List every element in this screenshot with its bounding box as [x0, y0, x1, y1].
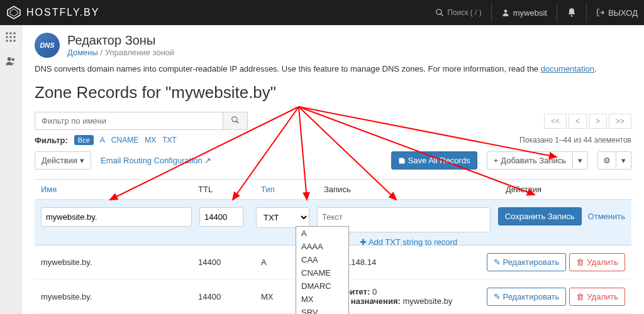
- logo-icon: [6, 5, 21, 20]
- gear-icon: ⚙: [603, 156, 611, 165]
- cancel-link[interactable]: Отменить: [588, 212, 625, 221]
- svg-rect-8: [14, 33, 16, 35]
- pager-first[interactable]: <<: [544, 114, 567, 129]
- svg-marker-1: [10, 9, 18, 16]
- logo-text: HOSTFLY.BY: [26, 7, 99, 18]
- svg-point-17: [232, 117, 237, 122]
- users-icon[interactable]: [5, 55, 16, 70]
- user-menu[interactable]: mywebsit: [501, 8, 547, 18]
- svg-point-16: [12, 58, 15, 62]
- settings-dropdown[interactable]: ▾: [616, 151, 631, 170]
- svg-rect-13: [10, 40, 12, 42]
- type-dropdown[interactable]: A AAAA CAA CNAME DMARC MX SRV TXT: [296, 226, 349, 314]
- record-type-select[interactable]: TXT: [256, 207, 309, 228]
- col-type[interactable]: Тип: [261, 185, 275, 194]
- opt-aaaa[interactable]: AAAA: [296, 240, 348, 253]
- save-all-button[interactable]: Save All Records: [391, 151, 477, 170]
- svg-rect-11: [14, 36, 16, 38]
- settings-button[interactable]: ⚙: [597, 151, 616, 170]
- record-name-input[interactable]: [41, 207, 192, 227]
- col-record: Запись: [324, 185, 506, 194]
- search-area[interactable]: Поиск ( / ): [435, 8, 482, 17]
- dns-icon: DNS: [35, 33, 60, 58]
- edit-row: TXT Сохранить Запись Отменить ✚ Add TXT …: [35, 200, 631, 246]
- filter-input[interactable]: [35, 112, 223, 130]
- external-link-icon: ↗: [204, 156, 211, 165]
- user-icon: [501, 8, 510, 17]
- page-description: DNS converts domain names into computer-…: [35, 64, 631, 73]
- logout-icon: [596, 8, 605, 17]
- zone-heading: Zone Records for "mywebsite.by": [35, 83, 631, 102]
- pager-last[interactable]: >>: [609, 114, 631, 129]
- svg-rect-9: [6, 36, 8, 38]
- delete-button[interactable]: 🗑 Удалить: [569, 288, 625, 306]
- filter-search-button[interactable]: [223, 112, 248, 130]
- crumb-domains[interactable]: Домены: [67, 48, 98, 57]
- doc-link[interactable]: documentation: [541, 64, 594, 73]
- col-name[interactable]: Имя: [41, 185, 57, 194]
- pager-next[interactable]: >: [589, 114, 607, 129]
- svg-rect-6: [6, 33, 8, 35]
- search-icon: [435, 8, 444, 17]
- save-icon: [398, 157, 406, 165]
- save-record-button[interactable]: Сохранить Запись: [498, 207, 582, 225]
- svg-point-5: [571, 15, 573, 17]
- filter-label: Фильтр:: [35, 136, 68, 145]
- opt-mx[interactable]: MX: [296, 293, 348, 306]
- edit-button[interactable]: ✎ Редактировать: [487, 288, 567, 306]
- divider: [557, 3, 557, 22]
- notifications[interactable]: [567, 8, 577, 18]
- chevron-down-icon: ▾: [621, 156, 626, 165]
- svg-rect-12: [6, 40, 8, 42]
- chevron-down-icon: ▾: [578, 156, 582, 165]
- add-record-dropdown[interactable]: ▾: [573, 151, 588, 170]
- svg-line-3: [441, 14, 443, 16]
- svg-point-15: [8, 57, 11, 61]
- opt-caa[interactable]: CAA: [296, 253, 348, 266]
- shown-count: Показано 1–44 из 44 элементов: [519, 136, 631, 144]
- opt-a[interactable]: A: [296, 227, 348, 240]
- svg-point-4: [504, 9, 507, 13]
- chevron-down-icon: ▾: [80, 156, 84, 165]
- opt-srv[interactable]: SRV: [296, 306, 348, 314]
- divider: [586, 3, 587, 22]
- page-title: Редактор Зоны: [67, 33, 174, 48]
- bell-icon: [567, 8, 577, 18]
- apps-icon[interactable]: [5, 31, 16, 46]
- col-ttl: TTL: [198, 185, 261, 194]
- logout-button[interactable]: ВЫХОД: [596, 8, 638, 18]
- svg-marker-0: [8, 6, 20, 19]
- email-routing-link[interactable]: Email Routing Configuration ↗: [101, 156, 212, 165]
- opt-dmarc[interactable]: DMARC: [296, 279, 348, 293]
- svg-rect-10: [10, 36, 12, 38]
- search-icon: [231, 116, 240, 124]
- edit-button[interactable]: ✎ Редактировать: [487, 253, 567, 271]
- col-actions: Действия: [506, 185, 631, 194]
- add-txt-string[interactable]: ✚ Add TXT string to record: [360, 237, 457, 247]
- svg-point-2: [436, 9, 441, 14]
- record-ttl-input[interactable]: [199, 207, 243, 227]
- svg-rect-7: [10, 33, 12, 35]
- svg-line-18: [236, 121, 239, 124]
- delete-button[interactable]: 🗑 Удалить: [569, 253, 625, 271]
- filter-a[interactable]: A: [100, 136, 105, 144]
- pager-prev[interactable]: <: [569, 114, 587, 129]
- breadcrumb: Домены / Управление зоной: [67, 48, 174, 57]
- opt-cname[interactable]: CNAME: [296, 266, 348, 279]
- actions-dropdown[interactable]: Действия ▾: [35, 151, 91, 170]
- filter-all[interactable]: Все: [74, 135, 94, 145]
- filter-txt[interactable]: TXT: [162, 136, 177, 144]
- filter-mx[interactable]: MX: [145, 136, 156, 144]
- divider: [491, 3, 492, 22]
- search-placeholder: Поиск ( / ): [447, 8, 482, 17]
- add-record-button[interactable]: + Добавить Запись: [487, 151, 573, 170]
- svg-rect-14: [14, 40, 16, 42]
- filter-cname[interactable]: CNAME: [111, 136, 138, 144]
